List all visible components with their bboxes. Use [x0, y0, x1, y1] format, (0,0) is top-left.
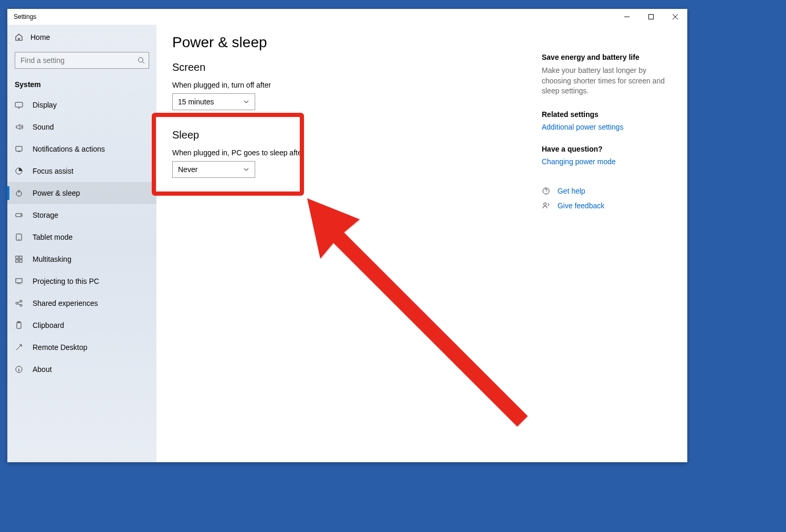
page-title: Power & sleep	[172, 34, 542, 51]
nav-item-display[interactable]: Display	[7, 94, 156, 116]
sleep-field-label: When plugged in, PC goes to sleep after	[172, 148, 542, 157]
dropdown-value: Never	[178, 165, 197, 174]
nav-item-about[interactable]: About	[7, 358, 156, 380]
nav-item-sound[interactable]: Sound	[7, 116, 156, 138]
help-icon	[542, 187, 550, 195]
about-icon	[15, 365, 23, 374]
nav-item-label: Multitasking	[33, 255, 71, 263]
svg-rect-0	[649, 15, 654, 19]
nav-item-label: About	[33, 365, 52, 374]
titlebar: Settings	[7, 9, 687, 25]
nav-item-focus[interactable]: Focus assist	[7, 160, 156, 182]
nav-item-label: Shared experiences	[33, 299, 98, 307]
nav-item-label: Focus assist	[33, 167, 74, 175]
nav-item-label: Display	[33, 101, 57, 109]
svg-point-16	[20, 304, 22, 306]
section-screen-title: Screen	[172, 61, 542, 73]
nav-item-label: Power & sleep	[33, 189, 80, 197]
get-help-link: Get help	[558, 187, 585, 195]
settings-window: Settings Home System	[7, 9, 687, 462]
search-input[interactable]	[15, 52, 149, 69]
energy-title: Save energy and battery life	[542, 53, 672, 61]
svg-rect-10	[19, 256, 22, 259]
projecting-icon	[15, 277, 23, 285]
additional-power-link[interactable]: Additional power settings	[542, 123, 672, 131]
nav-item-projecting[interactable]: Projecting to this PC	[7, 270, 156, 292]
nav-header: System	[7, 73, 156, 94]
svg-rect-11	[16, 260, 18, 262]
focus-icon	[15, 167, 23, 175]
nav-item-label: Notifications & actions	[33, 145, 105, 153]
multitasking-icon	[15, 255, 23, 263]
question-title: Have a question?	[542, 145, 672, 153]
nav-item-multitasking[interactable]: Multitasking	[7, 248, 156, 270]
svg-rect-2	[15, 102, 23, 107]
nav-item-power[interactable]: Power & sleep	[7, 182, 156, 204]
svg-point-1	[139, 58, 143, 62]
maximize-button[interactable]	[639, 9, 663, 25]
feedback-icon	[542, 201, 550, 210]
storage-icon	[15, 211, 23, 219]
display-icon	[15, 101, 23, 109]
svg-point-8	[18, 239, 19, 240]
nav-item-label: Remote Desktop	[33, 343, 87, 352]
sound-icon	[15, 123, 23, 131]
get-help-row[interactable]: Get help	[542, 187, 672, 195]
home-icon	[15, 33, 23, 41]
nav-item-remote[interactable]: Remote Desktop	[7, 336, 156, 358]
content: Power & sleep Screen When plugged in, tu…	[156, 25, 687, 462]
svg-rect-3	[16, 146, 22, 151]
sleep-timeout-dropdown[interactable]: Never	[172, 161, 255, 178]
give-feedback-link: Give feedback	[558, 201, 605, 210]
svg-rect-17	[17, 322, 21, 328]
svg-point-14	[16, 302, 18, 304]
tablet-icon	[15, 233, 23, 241]
screen-timeout-dropdown[interactable]: 15 minutes	[172, 93, 255, 110]
svg-rect-12	[19, 260, 22, 262]
minimize-button[interactable]	[615, 9, 639, 25]
svg-point-21	[543, 203, 546, 205]
window-body: Home System Display Sound Notifications …	[7, 25, 687, 462]
nav-item-clipboard[interactable]: Clipboard	[7, 314, 156, 336]
dropdown-value: 15 minutes	[178, 98, 214, 106]
close-button[interactable]	[663, 9, 687, 25]
svg-rect-13	[16, 279, 22, 283]
side-column: Save energy and battery life Make your b…	[542, 34, 672, 453]
screen-field-label: When plugged in, turn off after	[172, 81, 542, 89]
clipboard-icon	[15, 321, 23, 329]
nav-home[interactable]: Home	[7, 27, 156, 48]
nav-home-label: Home	[30, 33, 50, 41]
svg-point-6	[20, 215, 22, 216]
minimize-icon	[624, 14, 630, 19]
main-column: Power & sleep Screen When plugged in, tu…	[172, 34, 542, 453]
chevron-down-icon	[243, 99, 249, 105]
power-icon	[15, 189, 23, 197]
nav-item-label: Clipboard	[33, 321, 64, 329]
svg-point-15	[20, 300, 22, 302]
svg-rect-9	[16, 256, 18, 259]
chevron-down-icon	[243, 166, 249, 173]
sidebar: Home System Display Sound Notifications …	[7, 25, 156, 462]
close-icon	[673, 14, 678, 19]
maximize-icon	[648, 14, 654, 19]
notifications-icon	[15, 145, 23, 153]
search-wrap	[7, 48, 156, 73]
related-title: Related settings	[542, 110, 672, 119]
nav-item-shared[interactable]: Shared experiences	[7, 292, 156, 314]
give-feedback-row[interactable]: Give feedback	[542, 201, 672, 210]
changing-power-link[interactable]: Changing power mode	[542, 157, 672, 166]
remote-icon	[15, 343, 23, 352]
section-sleep-title: Sleep	[172, 129, 542, 141]
shared-icon	[15, 299, 23, 307]
nav-item-storage[interactable]: Storage	[7, 204, 156, 226]
nav-item-label: Storage	[33, 211, 58, 219]
energy-text: Make your battery last longer by choosin…	[542, 66, 672, 97]
nav-item-tablet[interactable]: Tablet mode	[7, 226, 156, 248]
search-icon	[138, 57, 145, 64]
nav-item-label: Projecting to this PC	[33, 277, 99, 285]
window-title: Settings	[14, 13, 615, 20]
nav-item-notifications[interactable]: Notifications & actions	[7, 138, 156, 160]
nav-item-label: Sound	[33, 123, 54, 131]
nav-item-label: Tablet mode	[33, 233, 72, 241]
